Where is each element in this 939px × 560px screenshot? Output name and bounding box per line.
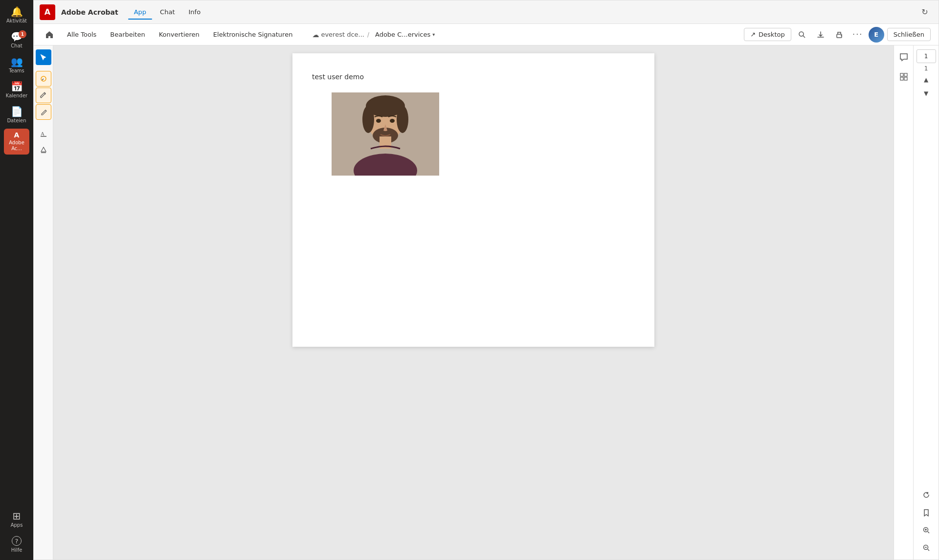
- sidebar-dateien-label: Dateien: [7, 118, 26, 124]
- sidebar-item-teams[interactable]: 👥 Teams: [4, 54, 29, 77]
- app-container: A Adobe Acrobat App Chat Info ↻ Alle Too…: [33, 0, 939, 560]
- tools-panel: A: [34, 45, 53, 560]
- pdf-text-content: test user demo: [312, 73, 635, 81]
- bearbeiten-button[interactable]: Bearbeiten: [104, 28, 151, 41]
- alle-tools-button[interactable]: Alle Tools: [61, 28, 102, 41]
- svg-rect-22: [900, 77, 903, 80]
- svg-rect-23: [904, 77, 907, 80]
- svg-text:A: A: [41, 131, 45, 136]
- svg-point-19: [390, 119, 395, 123]
- konvertieren-button[interactable]: Konvertieren: [153, 28, 205, 41]
- teams-icon: 👥: [11, 57, 23, 67]
- sidebar-teams-label: Teams: [9, 68, 24, 74]
- sidebar-item-adobe[interactable]: A Adobe Ac...: [4, 129, 29, 155]
- adobe-topbar: A Adobe Acrobat App Chat Info ↻: [34, 0, 939, 24]
- svg-line-1: [803, 36, 805, 38]
- tab-app[interactable]: App: [128, 5, 152, 19]
- annotate-tool-button[interactable]: [36, 71, 51, 87]
- cloud-icon: ☁: [312, 31, 319, 39]
- svg-line-5: [42, 79, 44, 80]
- sidebar-hilfe-label: Hilfe: [11, 547, 22, 553]
- page-number-input[interactable]: 1: [917, 49, 936, 63]
- svg-line-29: [928, 549, 929, 551]
- external-link-icon: ↗: [750, 31, 756, 38]
- right-panel: [894, 45, 913, 560]
- tab-chat[interactable]: Chat: [154, 5, 180, 19]
- svg-point-0: [799, 32, 804, 36]
- sidebar-item-chat[interactable]: 1 💬 Chat: [4, 29, 29, 52]
- adobe-tabs: App Chat Info: [128, 5, 206, 19]
- window-refresh-button[interactable]: ↻: [917, 4, 933, 20]
- breadcrumb-current-text: Adobe C...ervices: [375, 31, 430, 38]
- desktop-button[interactable]: ↗ Desktop: [744, 28, 791, 41]
- print-button[interactable]: [831, 27, 847, 43]
- text-select-tool-button[interactable]: A: [36, 126, 51, 141]
- chat-badge: 1: [19, 30, 26, 38]
- adobe-logo-text: A: [45, 7, 50, 17]
- elektronische-signaturen-button[interactable]: Elektronische Signaturen: [207, 28, 299, 41]
- eraser-tool-button[interactable]: [36, 104, 51, 120]
- desktop-btn-label: Desktop: [759, 31, 785, 38]
- page-refresh-button[interactable]: [918, 487, 934, 503]
- svg-line-25: [928, 532, 929, 533]
- svg-point-3: [841, 35, 842, 36]
- sidebar-item-hilfe[interactable]: ? Hilfe: [4, 533, 29, 556]
- adobe-toolbar: Alle Tools Bearbeiten Konvertieren Elekt…: [34, 24, 939, 45]
- pencil-tool-button[interactable]: [36, 88, 51, 103]
- breadcrumb-separator: /: [367, 31, 369, 38]
- sidebar-item-aktivitat[interactable]: 🔔 Aktivität: [4, 4, 29, 27]
- aktivitat-icon: 🔔: [11, 7, 23, 17]
- highlight-tool-button[interactable]: [36, 142, 51, 158]
- toolbar-right: ↗ Desktop ··· E Schließen: [744, 27, 931, 43]
- sidebar-kalender-label: Kalender: [6, 93, 27, 99]
- page-bookmark-button[interactable]: [918, 505, 934, 520]
- comments-panel-button[interactable]: [896, 49, 912, 65]
- svg-rect-7: [41, 136, 46, 137]
- page-controls: 1 1 ▲ ▼: [913, 45, 939, 560]
- download-button[interactable]: [813, 27, 828, 43]
- home-button[interactable]: [42, 27, 57, 43]
- sidebar-item-dateien[interactable]: 📄 Dateien: [4, 104, 29, 127]
- breadcrumb-cloud-text: everest dce...: [321, 31, 364, 38]
- sidebar-item-kalender[interactable]: 📅 Kalender: [4, 79, 29, 102]
- kalender-icon: 📅: [11, 82, 23, 91]
- previous-page-button[interactable]: ▲: [919, 74, 933, 86]
- svg-point-14: [397, 106, 408, 133]
- sidebar-apps-label: Apps: [11, 522, 23, 528]
- breadcrumb-current-item[interactable]: Adobe C...ervices ▾: [372, 30, 438, 39]
- adobe-icon: A: [14, 132, 20, 138]
- select-tool-button[interactable]: [36, 49, 51, 65]
- sidebar-item-label: Aktivität: [6, 18, 27, 24]
- dateien-icon: 📄: [11, 107, 23, 116]
- svg-point-13: [362, 106, 374, 133]
- sidebar-adobe-label: Adobe Ac...: [6, 140, 27, 152]
- apps-icon: ⊞: [13, 511, 21, 521]
- breadcrumb-cloud-item[interactable]: ☁ everest dce...: [312, 31, 364, 39]
- pages-panel-button[interactable]: [896, 69, 912, 85]
- more-options-button[interactable]: ···: [850, 27, 866, 43]
- sidebar-chat-label: Chat: [11, 43, 22, 49]
- search-button[interactable]: [794, 27, 810, 43]
- breadcrumb: ☁ everest dce... / Adobe C...ervices ▾: [312, 30, 438, 39]
- chevron-down-icon: ▾: [432, 32, 435, 37]
- adobe-window: A Adobe Acrobat App Chat Info ↻ Alle Too…: [33, 0, 939, 560]
- svg-point-18: [376, 119, 381, 123]
- main-content: A test user demo: [34, 45, 939, 560]
- adobe-app-title: Adobe Acrobat: [61, 8, 118, 16]
- avatar[interactable]: E: [869, 27, 884, 43]
- topbar-right: ↻: [917, 4, 933, 20]
- pdf-page: test user demo: [292, 53, 654, 347]
- close-button[interactable]: Schließen: [887, 28, 931, 41]
- zoom-in-button[interactable]: [918, 522, 934, 538]
- adobe-logo: A: [40, 4, 55, 20]
- total-pages-display: 1: [924, 65, 928, 72]
- sidebar-item-apps[interactable]: ⊞ Apps: [4, 508, 29, 531]
- teams-sidebar: 🔔 Aktivität 1 💬 Chat 👥 Teams 📅 Kalender …: [0, 0, 33, 560]
- tab-info[interactable]: Info: [182, 5, 206, 19]
- hilfe-icon: ?: [12, 536, 22, 546]
- zoom-out-button[interactable]: [918, 540, 934, 556]
- next-page-button[interactable]: ▼: [919, 88, 933, 99]
- page-number-value: 1: [924, 53, 928, 60]
- pdf-area[interactable]: test user demo: [53, 45, 894, 560]
- svg-rect-20: [900, 73, 903, 76]
